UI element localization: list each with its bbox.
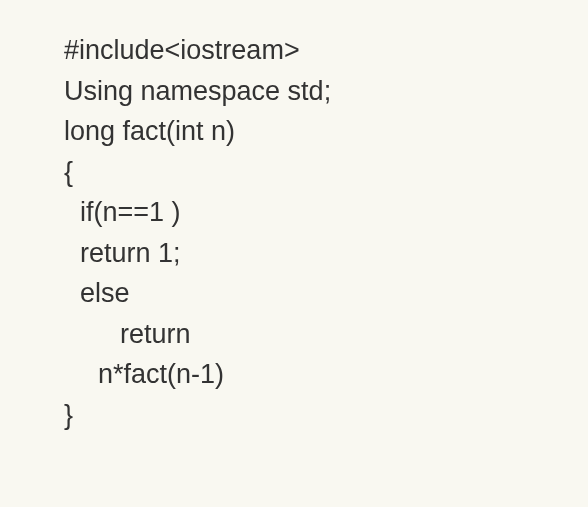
code-line-6: return 1; [64,233,588,274]
code-line-3: long fact(int n) [64,111,588,152]
code-block: #include<iostream> Using namespace std; … [0,0,588,435]
code-line-5: if(n==1 ) [64,192,588,233]
code-line-9: n*fact(n-1) [64,354,588,395]
code-line-4: { [64,152,588,193]
code-line-8: return [64,314,588,355]
code-line-2: Using namespace std; [64,71,588,112]
code-line-1: #include<iostream> [64,30,588,71]
code-line-10: } [64,395,588,436]
code-line-7: else [64,273,588,314]
